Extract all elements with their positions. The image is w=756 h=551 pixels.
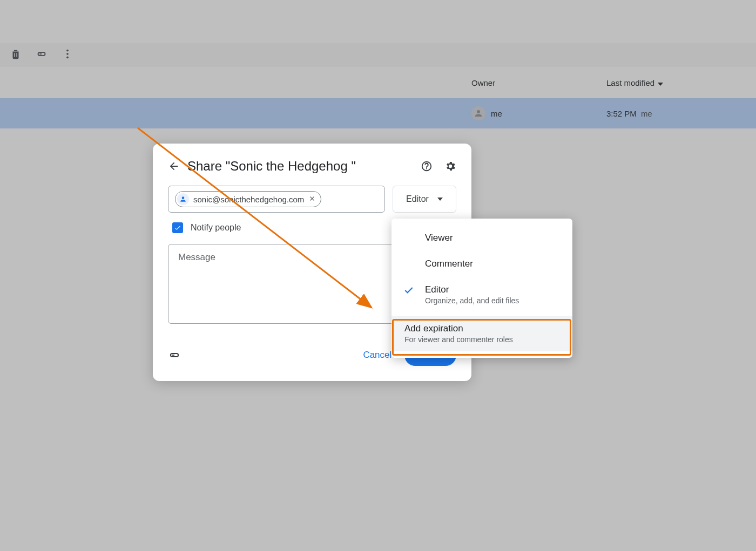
dialog-title: Share "Sonic the Hedgehog "	[187, 159, 413, 174]
chevron-down-icon	[437, 198, 443, 201]
role-dropdown[interactable]: Editor	[393, 186, 456, 213]
add-expiration-option[interactable]: Add expiration For viewer and commenter …	[392, 316, 572, 351]
role-selected-label: Editor	[406, 194, 429, 204]
expiration-sub: For viewer and commenter roles	[404, 335, 559, 344]
people-input[interactable]: sonic@sonicthehedgehog.com	[168, 186, 385, 213]
person-icon	[177, 193, 189, 205]
copy-link-icon[interactable]	[168, 349, 181, 362]
check-icon	[403, 285, 414, 298]
help-icon[interactable]	[421, 160, 433, 172]
back-arrow-icon[interactable]	[168, 160, 180, 172]
message-placeholder: Message	[178, 252, 215, 262]
notify-label: Notify people	[191, 223, 241, 233]
role-menu: Viewer Commenter Editor Organize, add, a…	[392, 219, 572, 358]
role-option-editor[interactable]: Editor Organize, add, and edit files	[392, 277, 572, 312]
role-option-commenter[interactable]: Commenter	[392, 251, 572, 277]
chip-email-label: sonic@sonicthehedgehog.com	[193, 195, 304, 204]
chip-remove-icon[interactable]	[308, 195, 316, 204]
email-chip[interactable]: sonic@sonicthehedgehog.com	[175, 191, 321, 207]
role-option-viewer[interactable]: Viewer	[392, 225, 572, 251]
notify-checkbox[interactable]	[172, 222, 183, 233]
gear-icon[interactable]	[444, 160, 456, 172]
editor-sub: Organize, add, and edit files	[425, 296, 559, 305]
